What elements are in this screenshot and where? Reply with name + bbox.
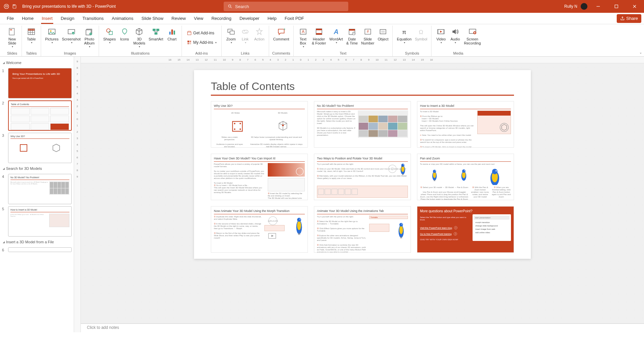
maximize-button[interactable] xyxy=(609,0,624,13)
collapse-ribbon-icon[interactable]: ⌄ xyxy=(639,51,642,54)
thumbnail-slide-3[interactable]: Why Use 3D? xyxy=(8,133,72,163)
thumbnail-slide-1[interactable]: Bring Your Presentations to Life with 3D… xyxy=(8,68,72,98)
tab-developer[interactable]: Developer xyxy=(235,13,263,24)
thumbnail-slide-5[interactable]: How to Insert a 3D Model ● From the Ribb… xyxy=(8,206,72,237)
share-icon xyxy=(620,16,625,21)
shapes-icon xyxy=(105,27,114,36)
save-icon[interactable] xyxy=(11,3,18,9)
toc-card[interactable]: Animate Your 3D Model Using the Animatio… xyxy=(314,206,411,253)
toc-card-more-questions[interactable]: More questions about PowerPoint? Select … xyxy=(417,206,514,253)
thumbnail-slide-2[interactable]: Table of Contents xyxy=(8,100,72,131)
slide-editor[interactable]: Table of Contents Why Use 3D? 2D Slides … xyxy=(194,70,531,259)
tab-recording[interactable]: Recording xyxy=(207,13,235,24)
photo-album-button[interactable]: + Photo Album▾ xyxy=(83,26,96,50)
screenshot-button[interactable]: + Screenshot▾ xyxy=(61,26,82,50)
link-training[interactable]: Go to free PowerPoint training xyxy=(420,233,452,235)
slide-number-button[interactable]: #Slide Number xyxy=(360,26,376,50)
textbox-button[interactable]: AText Box▾ xyxy=(296,26,310,50)
search-icon xyxy=(228,4,232,9)
video-button[interactable]: Video▾ xyxy=(434,26,448,50)
section-insert-from-file[interactable]: Insert a 3D Model from a File xyxy=(2,239,72,245)
cube-icon xyxy=(134,27,144,36)
header-footer-button[interactable]: Header & Footer xyxy=(311,26,327,50)
slide-canvas[interactable]: Table of Contents Why Use 3D? 2D Slides … xyxy=(81,63,644,323)
toc-card[interactable]: How to Insert a 3D Model To insert a 3D … xyxy=(417,101,514,148)
notes-pane[interactable]: Click to add notes xyxy=(81,323,644,332)
chart-icon xyxy=(167,27,177,36)
tab-foxit[interactable]: Foxit PDF xyxy=(281,13,308,24)
tab-view[interactable]: View xyxy=(190,13,207,24)
toc-card[interactable]: Two Ways to Position and Rotate Your 3D … xyxy=(314,154,411,200)
toc-card[interactable]: No 3D Model? No Problem! Microsoft makes… xyxy=(314,101,411,148)
tab-home[interactable]: Home xyxy=(18,13,38,24)
svg-text:A: A xyxy=(333,28,339,35)
svg-rect-8 xyxy=(9,28,14,35)
svg-rect-35 xyxy=(189,41,191,42)
wordart-icon: A xyxy=(331,27,341,36)
textbox-icon: A xyxy=(298,27,308,36)
slide-title[interactable]: Table of Contents xyxy=(211,80,514,93)
table-button[interactable]: Table▾ xyxy=(25,26,38,50)
pictures-button[interactable]: Pictures▾ xyxy=(44,26,60,50)
tab-animations[interactable]: Animations xyxy=(108,13,137,24)
object-button[interactable]: Object xyxy=(376,26,390,50)
svg-point-95 xyxy=(495,170,497,172)
my-addins-button[interactable]: My Add-ins▾ xyxy=(185,38,219,47)
share-button[interactable]: Share xyxy=(617,14,641,23)
parrot-icon xyxy=(293,216,305,236)
toc-card[interactable]: Now Animate Your 3D Model Using the Morp… xyxy=(211,206,308,253)
equation-button[interactable]: πEquation▾ xyxy=(395,26,413,50)
slide-thumbnails-panel[interactable]: Welcome 1 Bring Your Presentations to Li… xyxy=(0,57,74,332)
audio-button[interactable]: Audio▾ xyxy=(448,26,462,50)
thumbnail-slide-6[interactable] xyxy=(8,247,72,252)
svg-text:DUPLICATE: DUPLICATE xyxy=(268,220,278,222)
shapes-button[interactable]: Shapes▾ xyxy=(102,26,117,50)
section-search-models[interactable]: Search for 3D Models xyxy=(2,165,72,172)
svg-rect-37 xyxy=(189,43,191,44)
screen-recording-button[interactable]: Screen Recording xyxy=(462,26,482,50)
tab-review[interactable]: Review xyxy=(167,13,190,24)
svg-rect-32 xyxy=(173,31,175,35)
slide-number-icon: # xyxy=(363,27,373,36)
wordart-button[interactable]: AWordArt▾ xyxy=(328,26,344,50)
minimize-button[interactable] xyxy=(591,0,606,13)
user-name[interactable]: Rully N xyxy=(564,4,577,9)
svg-rect-80 xyxy=(402,174,402,175)
tab-help[interactable]: Help xyxy=(263,13,281,24)
svg-rect-29 xyxy=(155,32,158,35)
datetime-button[interactable]: Date & Time xyxy=(345,26,359,50)
smartart-button[interactable]: SmartArt xyxy=(147,26,164,50)
svg-point-84 xyxy=(433,170,436,173)
comment-button[interactable]: +Comment xyxy=(272,26,291,50)
thumb-number: 1 xyxy=(2,68,6,98)
thumbnail-slide-4[interactable]: No 3D Model? No Problem! Microsoft makes… xyxy=(8,174,72,204)
svg-rect-28 xyxy=(156,29,159,31)
toc-card[interactable]: Have Your Own 3D Model? You Can Import I… xyxy=(211,154,308,200)
zoom-button[interactable]: Zoom▾ xyxy=(224,26,238,50)
tab-design[interactable]: Design xyxy=(57,13,78,24)
symbol-button[interactable]: ΩSymbol xyxy=(414,26,429,50)
get-addins-button[interactable]: Get Add-ins xyxy=(185,29,219,37)
equation-icon: π xyxy=(399,27,409,36)
avatar[interactable] xyxy=(581,3,587,10)
toc-card[interactable]: Pan and Zoom To resize or crop your 3D m… xyxy=(417,154,514,200)
new-slide-button[interactable]: New Slide▾ xyxy=(5,26,19,50)
group-slides-label: Slides xyxy=(7,51,17,56)
toc-card[interactable]: Why Use 3D? 2D Slides 3D Models Slides u… xyxy=(211,101,308,148)
3d-models-button[interactable]: 3D Models▾ xyxy=(132,26,147,50)
action-button[interactable]: Action xyxy=(253,26,266,50)
search-input[interactable] xyxy=(235,4,344,9)
tab-slideshow[interactable]: Slide Show xyxy=(137,13,167,24)
link-blog[interactable]: Visit the PowerPoint team blog xyxy=(420,227,452,229)
tab-insert[interactable]: Insert xyxy=(38,13,57,24)
section-welcome[interactable]: Welcome xyxy=(2,59,72,66)
parrot-icon xyxy=(459,168,469,182)
tab-file[interactable]: File xyxy=(3,13,18,24)
link-button[interactable]: Link▾ xyxy=(238,26,252,50)
parrot-icon xyxy=(488,168,502,185)
chart-button[interactable]: Chart xyxy=(165,26,179,50)
close-button[interactable] xyxy=(627,0,642,13)
search-box[interactable] xyxy=(224,2,348,11)
icons-button[interactable]: Icons xyxy=(118,26,131,50)
tab-transitions[interactable]: Transitions xyxy=(78,13,108,24)
